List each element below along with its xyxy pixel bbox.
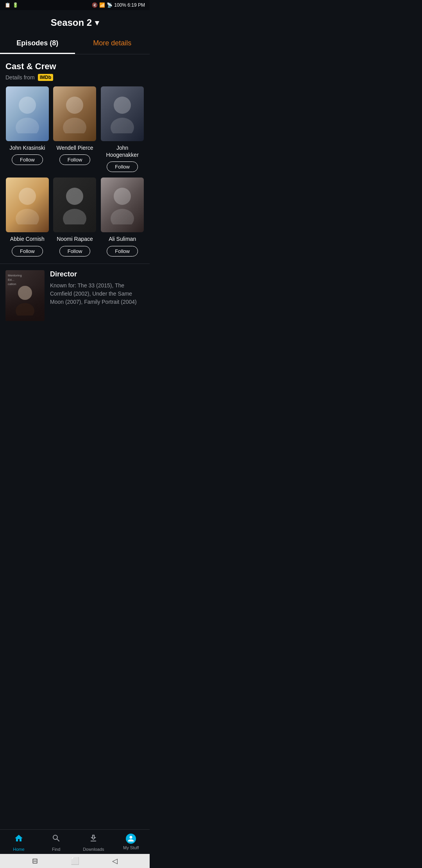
director-info: Director Known for: The 33 (2015), The C… (50, 270, 144, 321)
person-silhouette-john (14, 94, 41, 133)
person-silhouette-noomi (61, 185, 88, 224)
svg-point-10 (114, 188, 131, 205)
svg-point-9 (63, 209, 86, 224)
svg-point-5 (111, 118, 134, 133)
tabs-bar: Episodes (8) More details (0, 34, 150, 54)
chevron-down-icon: ▾ (95, 18, 99, 27)
person-silhouette-wendell (61, 94, 88, 133)
follow-button-noomi-rapace[interactable]: Follow (59, 246, 91, 256)
svg-point-8 (66, 188, 83, 205)
director-known-for: Known for: The 33 (2015), The Cornfield … (50, 282, 144, 306)
cast-card-abbie-cornish: Abbie Cornish Follow (5, 178, 49, 258)
tab-episodes[interactable]: Episodes (8) (0, 34, 75, 54)
cast-card-john-hoogenakker: John Hoogenakker Follow (100, 86, 144, 174)
season-selector[interactable]: Season 2 ▾ (0, 10, 150, 34)
cast-crew-title: Cast & Crew (5, 61, 144, 72)
cast-name-noomi-rapace: Noomi Rapace (57, 235, 93, 242)
svg-point-11 (111, 209, 134, 224)
cast-name-wendell-pierce: Wendell Pierce (57, 144, 93, 151)
signal-icon: 📡 (107, 2, 113, 8)
cast-photo-abbie-cornish (6, 178, 49, 232)
director-photo: Mentoring Ed... cation (5, 270, 45, 321)
cast-card-john-krasinski: John Krasinski Follow (5, 86, 49, 174)
imdb-badge: IMDb (38, 74, 53, 81)
wifi-icon: 📶 (99, 2, 105, 8)
follow-button-ali-suliman[interactable]: Follow (107, 246, 138, 256)
season-label: Season 2 (51, 17, 92, 28)
follow-button-wendell-pierce[interactable]: Follow (59, 154, 91, 165)
cast-card-ali-suliman: Ali Suliman Follow (100, 178, 144, 258)
status-right-info: 🔇 📶 📡 100% 6:19 PM (92, 2, 145, 8)
cast-photo-john-krasinski (6, 86, 49, 141)
svg-point-4 (114, 97, 131, 114)
svg-point-6 (19, 188, 36, 205)
follow-button-john-krasinski[interactable]: Follow (12, 154, 43, 165)
person-silhouette-john-h (109, 94, 136, 133)
battery-icon-small: 🔋 (13, 2, 18, 8)
svg-point-1 (16, 118, 39, 133)
cast-card-wendell-pierce: Wendell Pierce Follow (53, 86, 97, 174)
director-label: Director (50, 270, 144, 278)
svg-point-12 (18, 286, 32, 300)
cast-name-ali-suliman: Ali Suliman (109, 235, 136, 242)
details-from-label: Details from (5, 74, 35, 81)
director-section: Mentoring Ed... cation Director Known fo… (0, 264, 150, 327)
cast-photo-noomi-rapace (53, 178, 96, 232)
svg-point-13 (16, 303, 34, 316)
svg-point-7 (16, 209, 39, 224)
cast-grid: John Krasinski Follow Wendell Pierce Fol… (0, 86, 150, 258)
app-icon-1: 📋 (5, 2, 11, 8)
person-silhouette-ali (109, 185, 136, 224)
follow-button-john-hoogenakker[interactable]: Follow (107, 161, 138, 172)
cast-name-john-hoogenakker: John Hoogenakker (100, 144, 144, 158)
battery-percent: 100% 6:19 PM (114, 2, 145, 8)
svg-point-2 (66, 97, 83, 114)
person-silhouette-abbie (14, 185, 41, 224)
tab-more-details[interactable]: More details (75, 34, 150, 54)
cast-photo-john-hoogenakker (101, 86, 144, 141)
mute-icon: 🔇 (92, 2, 98, 8)
cast-name-abbie-cornish: Abbie Cornish (10, 235, 45, 242)
follow-button-abbie-cornish[interactable]: Follow (12, 246, 43, 256)
cast-photo-wendell-pierce (53, 86, 96, 141)
svg-point-0 (19, 97, 36, 114)
svg-point-3 (63, 118, 86, 133)
director-silhouette (13, 284, 37, 316)
status-left-icons: 📋 🔋 (5, 2, 18, 8)
cast-photo-ali-suliman (101, 178, 144, 232)
status-bar: 📋 🔋 🔇 📶 📡 100% 6:19 PM (0, 0, 150, 10)
cast-name-john-krasinski: John Krasinski (9, 144, 45, 151)
cast-crew-section: Cast & Crew Details from IMDb (0, 54, 150, 81)
imdb-line: Details from IMDb (5, 74, 144, 81)
cast-card-noomi-rapace: Noomi Rapace Follow (53, 178, 97, 258)
